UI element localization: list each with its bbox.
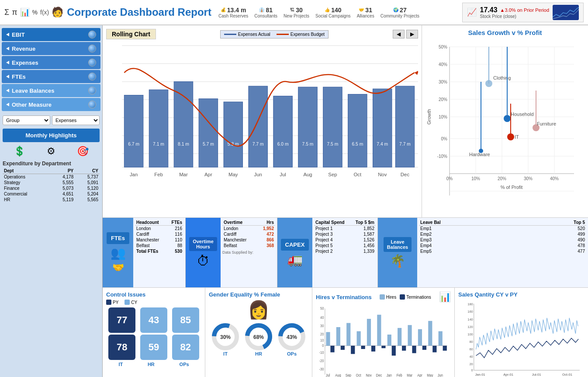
group-select[interactable]: Group: [3, 115, 50, 125]
kpi-leave: LeaveBalances 🌴 Leave Bal Top 5 Emp1520E…: [378, 218, 588, 287]
ci-box-85[interactable]: 85: [172, 307, 199, 333]
ci-legend: PY CY: [106, 300, 201, 305]
sales-qty-title: Sales Qantity CY v PY: [458, 291, 585, 298]
svg-text:Household: Household: [511, 112, 534, 117]
svg-text:7.4 m: 7.4 m: [377, 142, 388, 147]
ci-box-59[interactable]: 59: [140, 335, 167, 360]
svg-text:30%: 30%: [439, 80, 447, 84]
exp-col-py: PY: [50, 168, 75, 174]
monthly-highlights-btn[interactable]: Monthly Highlights: [3, 129, 100, 142]
header: Σ π 📊 % f(x) 🧑 Corporate Dashboard Repor…: [0, 0, 588, 25]
leave-col-emp: Leave Bal: [419, 220, 523, 226]
pi-icon: π: [12, 8, 17, 17]
capex-header: CAPEX: [281, 239, 309, 251]
svg-rect-13: [249, 86, 267, 167]
ci-box-77[interactable]: 77: [108, 307, 135, 333]
leave-icon: 🌴: [390, 254, 405, 268]
expenditure-table: Expenditure by Department Dept PY CY Ope…: [0, 159, 102, 377]
ci-row1: 77 43 85: [106, 307, 201, 333]
mascot-icon: 🧑: [52, 7, 63, 18]
ot-col-city: Overtime: [222, 220, 257, 226]
metric-consultants: 👔 81 Consultants: [254, 7, 277, 18]
sidebar-item-leave[interactable]: Leave Balances: [2, 84, 100, 97]
ci-labels: IT HR OPs: [106, 362, 201, 367]
svg-text:% of Profit: % of Profit: [501, 185, 523, 190]
svg-rect-17: [348, 94, 367, 167]
sidebar-item-ebit[interactable]: EBIT: [2, 28, 100, 41]
svg-rect-19: [395, 86, 414, 167]
sidebar-item-expenses[interactable]: Expenses: [2, 56, 100, 69]
leave-row: Emp3490: [419, 237, 586, 243]
social-icon: 👍: [325, 7, 330, 12]
svg-text:30%: 30%: [220, 334, 230, 340]
svg-rect-11: [199, 99, 218, 167]
leave-row: Emp4478: [419, 243, 586, 248]
svg-point-80: [507, 133, 514, 140]
bar-chart-container: 6.7 m 7.1 m 8.1 m 5.7 m 5.3 m 7.7 m 6.0 …: [106, 41, 418, 194]
sidebar-item-ftes[interactable]: FTEs: [2, 70, 100, 83]
target-icon: 🎯: [77, 146, 89, 157]
hires-title: Hires v Terminations: [316, 294, 372, 300]
gender-title: Gender Equality % Female: [209, 291, 308, 298]
gender-it-label: IT: [223, 351, 228, 356]
cash-icon: 💰: [221, 7, 226, 12]
capex-col-val: Top 5 $m: [351, 220, 376, 226]
svg-text:7.1 m: 7.1 m: [153, 142, 164, 147]
rolling-chart-title: Rolling Chart: [106, 29, 156, 39]
sidebar-item-revenue[interactable]: Revenue: [2, 42, 100, 55]
svg-rect-125: [381, 346, 385, 348]
svg-text:Jul: Jul: [280, 172, 286, 177]
svg-text:Hardware: Hardware: [469, 152, 490, 157]
svg-text:Nov: Nov: [366, 374, 371, 377]
svg-rect-8: [124, 95, 143, 168]
chart-legend: Expenses Actual Expenses Budget: [220, 30, 329, 38]
gender-hr-label: HR: [255, 351, 262, 356]
projects-icon: 🏗: [290, 7, 294, 12]
svg-text:Jan: Jan: [130, 172, 138, 177]
svg-rect-111: [357, 331, 361, 346]
svg-text:160: 160: [467, 310, 473, 314]
stock-value: 17.43: [480, 6, 498, 14]
consultants-icon: 👔: [259, 7, 264, 12]
svg-text:6.5 m: 6.5 m: [352, 142, 363, 147]
content-top: Rolling Chart Expenses Actual Expenses B…: [103, 25, 588, 218]
ci-box-82[interactable]: 82: [172, 335, 199, 360]
sales-growth-title: Sales Growth v % Profit: [425, 29, 585, 36]
ci-box-78[interactable]: 78: [108, 335, 135, 360]
ftes-col-city: Headcount: [135, 220, 167, 226]
chart-prev-btn[interactable]: ◀: [393, 30, 405, 38]
svg-text:Feb: Feb: [397, 374, 402, 377]
metric-alliances: 🤝 31 Alliances: [357, 7, 374, 18]
ftes-row: Belfast88: [135, 243, 183, 248]
expenses-select[interactable]: Expenses: [52, 115, 100, 125]
svg-text:40: 40: [320, 316, 324, 320]
svg-text:Oct-01: Oct-01: [562, 373, 572, 377]
main-layout: EBIT Revenue Expenses: [0, 25, 588, 377]
metric-community: 🌍 27 Community Projects: [380, 7, 419, 18]
ftes-col-val: FTEs: [167, 220, 183, 226]
metric-cash: 💰 13.4 m Cash Reserves: [218, 7, 248, 18]
exp-table-row: Operations4,1785,737: [3, 174, 100, 180]
svg-text:Nov: Nov: [378, 172, 387, 177]
function-icon: f(x): [40, 9, 49, 16]
svg-text:Jul: Jul: [326, 374, 330, 377]
gear-icon: ⚙: [47, 146, 55, 157]
chart-next-btn[interactable]: ▶: [406, 30, 418, 38]
svg-text:Apr: Apr: [417, 374, 422, 377]
svg-rect-108: [326, 332, 330, 346]
sigma-icon: Σ: [4, 8, 9, 17]
svg-text:40%: 40%: [439, 62, 447, 67]
svg-text:Mar: Mar: [179, 172, 188, 177]
header-metrics: 💰 13.4 m Cash Reserves 👔 81 Consultants …: [218, 7, 459, 18]
svg-rect-121: [341, 346, 345, 349]
svg-marker-44: [415, 70, 418, 75]
exp-table-row: Strategy5,5555,091: [3, 180, 100, 185]
ot-footer: Data Supplied by:: [222, 250, 275, 255]
capex-row: Project 11,852: [314, 226, 376, 232]
ci-box-43[interactable]: 43: [140, 307, 167, 333]
svg-rect-109: [336, 327, 340, 346]
sidebar-item-other[interactable]: Other Measure: [2, 98, 100, 111]
rolling-chart-panel: Rolling Chart Expenses Actual Expenses B…: [103, 25, 422, 218]
svg-text:Dec: Dec: [401, 172, 410, 177]
svg-text:7.5 m: 7.5 m: [327, 142, 338, 147]
